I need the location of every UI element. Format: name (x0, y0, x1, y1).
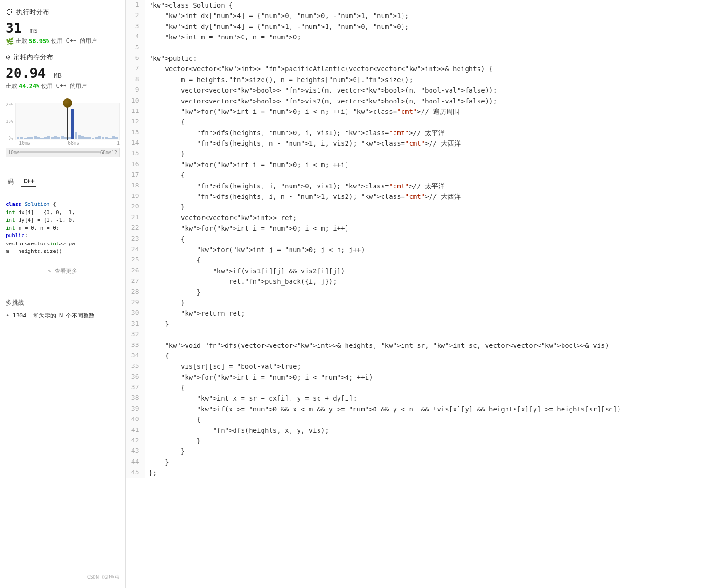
range-left: 10ms (8, 150, 19, 155)
mem-title: ⚙ 消耗内存分布 (6, 53, 120, 62)
preview-line-4: int m = 0, n = 0; (6, 224, 120, 233)
chart-x-10ms: 10ms (19, 140, 30, 146)
table-row: 24 "kw">for("kw">int j = "num">0; j < n;… (126, 244, 722, 255)
line-number: 30 (126, 308, 145, 318)
chart-x-1: 1 (117, 140, 120, 146)
challenges-title: 多挑战 (6, 299, 120, 307)
table-row: 43 } (126, 446, 722, 457)
lang-tab-cpp[interactable]: C++ (21, 177, 36, 187)
hist-bar-6 (34, 136, 37, 139)
table-row: 6"kw">public: (126, 53, 722, 64)
line-number: 8 (126, 75, 145, 85)
table-row: 9 vector<vector<"kw">bool>> "fn">vis1(m,… (126, 85, 722, 95)
hist-bar-26 (105, 137, 108, 139)
line-number: 40 (126, 414, 145, 425)
line-number: 38 (126, 393, 145, 403)
hist-bar-9 (44, 137, 47, 139)
hist-bar-29 (115, 137, 118, 139)
line-content: vector<vector<"kw">bool>> "fn">vis1(m, v… (145, 85, 722, 95)
line-content: } (145, 149, 722, 159)
line-content: { (145, 351, 722, 361)
table-row: 40 { (126, 414, 722, 425)
range-right: 68ms (100, 150, 112, 155)
line-content: { (145, 383, 722, 393)
sidebar-footer: CSDN ©GR鱼虫 (6, 574, 120, 580)
code-editor[interactable]: 1"kw">class Solution {2 "kw">int dx["num… (126, 0, 722, 588)
line-content: "kw">for("kw">int i = "num">0; i < m; i+… (145, 223, 722, 233)
range-right2: 12 (112, 150, 117, 155)
table-row: 32 (126, 329, 722, 340)
hist-bar-27 (108, 138, 111, 139)
line-number: 20 (126, 202, 145, 212)
memory-icon: ⚙ (6, 53, 10, 62)
table-row: 38 "kw">int x = sr + dx[i], y = sc + dy[… (126, 393, 722, 403)
table-row: 42 } (126, 436, 722, 446)
challenge-item-1[interactable]: 1304. 和为零的 N 个不同整数 (6, 310, 120, 322)
line-content: vis[sr][sc] = "bool-val">true; (145, 361, 722, 372)
line-content: } (145, 436, 722, 446)
table-row: 1"kw">class Solution { (126, 0, 722, 10)
code-preview: class Solution { int dx[4] = {0, 0, -1, … (6, 201, 120, 256)
line-number: 24 (126, 244, 145, 255)
line-number: 41 (126, 425, 145, 436)
code-table: 1"kw">class Solution {2 "kw">int dx["num… (126, 0, 722, 478)
line-content: "fn">dfs(heights, m - "num">1, i, vis2);… (145, 138, 722, 149)
table-row: 37 { (126, 383, 722, 393)
table-row: 15 } (126, 149, 722, 159)
hist-bar-7 (37, 137, 40, 139)
line-content: }; (145, 467, 722, 478)
line-content: } (145, 202, 722, 212)
line-content: "kw">return ret; (145, 308, 722, 318)
line-content: { (145, 414, 722, 425)
line-content: "kw">if(x >= "num">0 && x < m && y >= "n… (145, 404, 722, 414)
line-content: ret."fn">push_back({i, j}); (145, 276, 722, 287)
challenges-section: 多挑战 1304. 和为零的 N 个不同整数 (6, 299, 120, 322)
line-content: vector<vector<"kw">bool>> "fn">vis2(m, v… (145, 96, 722, 106)
line-content: "fn">dfs(heights, i, "num">0, vis1); "kw… (145, 181, 722, 191)
divider-1 (6, 167, 120, 167)
hist-bar-13 (57, 137, 60, 139)
preview-line-1: class Solution { (6, 201, 120, 209)
mem-value: 20.94 MB (6, 65, 120, 81)
table-row: 28 } (126, 287, 722, 298)
line-number: 18 (126, 181, 145, 191)
table-row: 27 ret."fn">push_back({i, j}); (126, 276, 722, 287)
hist-bar-5 (30, 137, 33, 139)
range-slider[interactable]: 10ms 68ms 12 (6, 148, 120, 157)
line-number: 7 (126, 64, 145, 74)
table-row: 14 "fn">dfs(heights, m - "num">1, i, vis… (126, 138, 722, 149)
hist-bar-22 (92, 138, 94, 139)
lang-tab-code[interactable]: 码 (6, 177, 16, 187)
chart-container: 20% 10% 0% (6, 103, 120, 146)
hist-bar-12 (54, 136, 57, 139)
hist-bar-17 (75, 132, 77, 139)
table-row: 41 "fn">dfs(heights, x, y, vis); (126, 425, 722, 436)
table-row: 3 "kw">int dy["num">4] = {"num">1, -"num… (126, 21, 722, 32)
line-content: m = heights."fn">size(), n = heights["nu… (145, 75, 722, 85)
mem-section: ⚙ 消耗内存分布 20.94 MB 击败 44.24% 使用 C++ 的用户 (6, 53, 120, 90)
table-row: 7 vector<vector<"kw">int>> "fn">pacificA… (126, 64, 722, 74)
table-row: 22 "kw">for("kw">int i = "num">0; i < m;… (126, 223, 722, 233)
line-number: 16 (126, 159, 145, 170)
preview-line-8: m = heights.size() (6, 248, 120, 256)
line-content (145, 329, 722, 340)
line-number: 45 (126, 467, 145, 478)
exec-desc: 🌿 击败 58.95% 使用 C++ 的用户 (6, 37, 120, 45)
line-number: 22 (126, 223, 145, 233)
line-number: 4 (126, 32, 145, 42)
line-number: 15 (126, 149, 145, 159)
view-more-button[interactable]: ✎ 查看更多 (6, 267, 120, 275)
line-number: 21 (126, 213, 145, 223)
line-content: "kw">int dy["num">4] = {"num">1, -"num">… (145, 21, 722, 32)
mem-desc: 击败 44.24% 使用 C++ 的用户 (6, 82, 120, 90)
table-row: 44 } (126, 457, 722, 467)
table-row: 17 { (126, 170, 722, 180)
line-number: 14 (126, 138, 145, 149)
line-content: { (145, 234, 722, 244)
range-track[interactable] (19, 151, 100, 153)
hist-bar-14 (61, 136, 64, 139)
table-row: 35 vis[sr][sc] = "bool-val">true; (126, 361, 722, 372)
line-number: 12 (126, 117, 145, 127)
hist-bar-24 (98, 136, 101, 139)
line-number: 32 (126, 329, 145, 340)
